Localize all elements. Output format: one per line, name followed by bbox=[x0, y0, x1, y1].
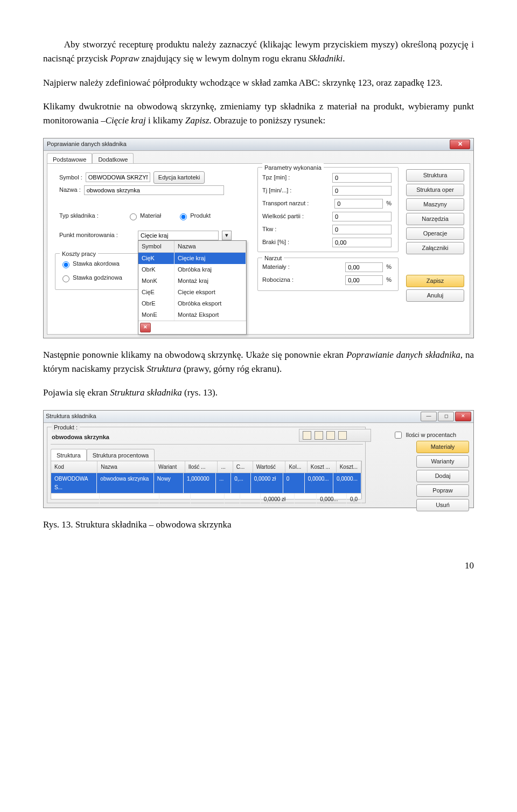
close-icon[interactable]: ✕ bbox=[455, 412, 471, 421]
paragraph-1: Aby stworzyć recepturę produktu należy z… bbox=[43, 38, 474, 66]
paragraph-2: Najpierw należy zdefiniować półprodukty … bbox=[43, 76, 474, 90]
label-symbol: Symbol : bbox=[59, 173, 82, 182]
operacje-button[interactable]: Operacje bbox=[406, 227, 464, 240]
dropdown-row-mone[interactable]: MonEMontaż Eksport bbox=[138, 309, 246, 321]
dropdown-close-icon[interactable]: ✕ bbox=[140, 323, 151, 332]
struktura-grid[interactable]: Kod Nazwa Wariant Ilość ... ... C... War… bbox=[51, 461, 362, 499]
struktura-oper-button[interactable]: Struktura oper bbox=[406, 184, 464, 196]
zapisz-button[interactable]: Zapisz bbox=[406, 275, 464, 287]
dropdown-row-ciek[interactable]: CięKCięcie kraj bbox=[138, 253, 246, 264]
tpz-input[interactable] bbox=[332, 173, 392, 183]
radio-produkt[interactable]: Produkt bbox=[177, 211, 211, 220]
group-narzut: Narzut bbox=[262, 254, 284, 263]
transport-narzut-input[interactable] bbox=[334, 199, 383, 209]
dropdown-row-obre[interactable]: ObrEObróbka eksport bbox=[138, 298, 246, 309]
tkw-input[interactable] bbox=[332, 225, 392, 234]
tool-icon[interactable] bbox=[303, 431, 311, 440]
group-koszty-pracy: Koszty pracy bbox=[60, 249, 98, 259]
materialy-button[interactable]: Materiały bbox=[416, 441, 469, 453]
dropdown-row-obrk[interactable]: ObrKObróbka kraj bbox=[138, 264, 246, 275]
radio-material[interactable]: Materiał bbox=[127, 211, 161, 220]
maximize-icon[interactable]: ◻ bbox=[438, 412, 454, 421]
close-icon[interactable]: ✕ bbox=[450, 140, 470, 149]
tj-input[interactable] bbox=[332, 186, 392, 196]
grid-row-selected[interactable]: OBWODOWA S... obwodowa skrzynka Nowy 1,0… bbox=[51, 473, 361, 493]
page-number: 10 bbox=[43, 559, 474, 573]
symbol-input[interactable] bbox=[86, 172, 150, 182]
anuluj-button[interactable]: Anuluj bbox=[406, 289, 464, 302]
screenshot-struktura-skladnika: Struktura składnika — ◻ ✕ Produkt : obwo… bbox=[43, 410, 474, 508]
dropdown-row-monk[interactable]: MonKMontaż kraj bbox=[138, 275, 246, 287]
braki-input[interactable] bbox=[332, 238, 392, 247]
label-punkt-monitorowania: Punkt monitorowania : bbox=[59, 231, 135, 240]
punkt-monitorowania-dropdown[interactable]: Symbol Nazwa CięKCięcie kraj ObrKObróbka… bbox=[138, 240, 247, 335]
tab-struktura-procentowa[interactable]: Struktura procentowa bbox=[87, 449, 155, 462]
maszyny-button[interactable]: Maszyny bbox=[406, 198, 464, 211]
radio-stawka-godzinowa[interactable]: Stawka godzinowa bbox=[60, 273, 122, 282]
group-parametry: Parametry wykonania bbox=[262, 163, 324, 172]
settings-icon[interactable] bbox=[338, 431, 347, 440]
paragraph-5: Pojawia się ekran Struktura składnika (r… bbox=[43, 386, 474, 400]
robocizna-narzut-input[interactable] bbox=[345, 275, 383, 285]
label-nazwa: Nazwa : bbox=[59, 185, 81, 195]
zalaczniki-button[interactable]: Załączniki bbox=[406, 242, 464, 254]
window-title: Struktura składnika bbox=[46, 412, 96, 421]
popraw-button[interactable]: Popraw bbox=[416, 484, 469, 497]
toolbar-icons bbox=[299, 429, 371, 442]
group-produkt: Produkt : bbox=[52, 423, 80, 432]
edycja-kartoteki-button[interactable]: Edycja kartoteki bbox=[153, 171, 205, 184]
ilosci-w-procentach-checkbox[interactable]: Ilości w procentach bbox=[393, 430, 456, 440]
usun-button[interactable]: Usuń bbox=[416, 499, 469, 511]
print-icon[interactable] bbox=[315, 431, 323, 440]
warianty-button[interactable]: Warianty bbox=[416, 455, 469, 468]
figure-caption: Rys. 13. Struktura składnika – obwodowa … bbox=[43, 518, 474, 532]
nazwa-input[interactable] bbox=[84, 185, 224, 195]
tab-struktura[interactable]: Struktura bbox=[51, 449, 87, 462]
minimize-icon[interactable]: — bbox=[421, 412, 437, 421]
help-icon[interactable] bbox=[326, 431, 335, 440]
screenshot-poprawianie-danych: Poprawianie danych składnika ✕ Podstawow… bbox=[43, 138, 474, 338]
chevron-down-icon[interactable]: ▾ bbox=[222, 231, 232, 240]
label-typ-skladnika: Typ składnika : bbox=[59, 211, 124, 220]
dodaj-button[interactable]: Dodaj bbox=[416, 470, 469, 482]
paragraph-3: Klikamy dwukrotnie na obwodową skrzynkę,… bbox=[43, 100, 474, 128]
punkt-monitorowania-select[interactable] bbox=[138, 231, 219, 240]
window-title: Poprawianie danych składnika bbox=[47, 140, 127, 149]
narzedzia-button[interactable]: Narzędzia bbox=[406, 213, 464, 225]
paragraph-4: Następnie ponownie klikamy na obwodową s… bbox=[43, 348, 474, 377]
struktura-button[interactable]: Struktura bbox=[406, 169, 464, 182]
radio-stawka-akordowa[interactable]: Stawka akordowa bbox=[60, 259, 120, 268]
wielkosc-partii-input[interactable] bbox=[332, 212, 392, 221]
materialy-narzut-input[interactable] bbox=[345, 262, 383, 272]
dropdown-row-ciee[interactable]: CięECięcie eksport bbox=[138, 287, 246, 298]
grid-row-totals: 0,0000 zł 0,000... 0,0 bbox=[51, 493, 361, 505]
